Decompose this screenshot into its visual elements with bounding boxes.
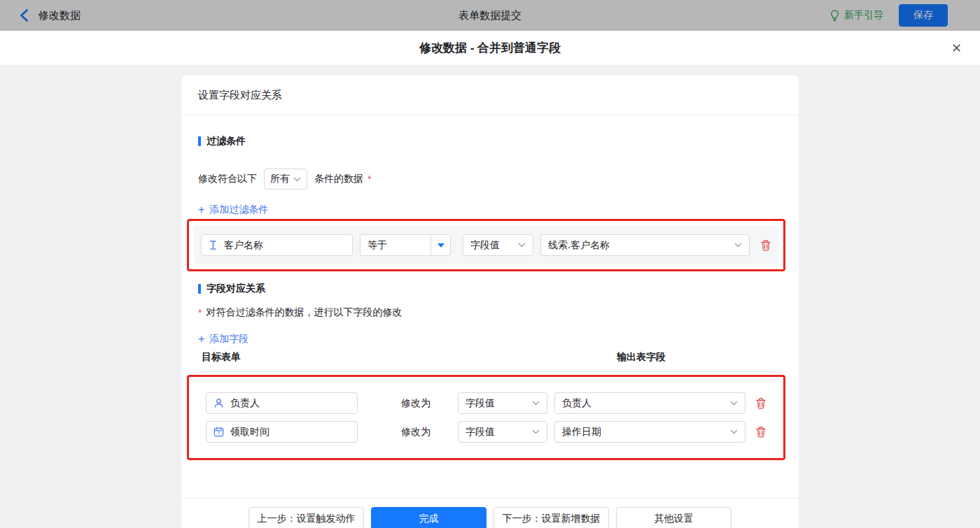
svg-text:7: 7 — [218, 431, 220, 436]
settings-card: 设置字段对应关系 过滤条件 修改符合以下 所有 条件的数据 * + — [181, 76, 799, 528]
add-field-label: 添加字段 — [209, 333, 248, 345]
trash-icon — [760, 239, 771, 251]
chevron-down-icon — [532, 401, 540, 406]
mapping-value-type-select[interactable]: 字段值 — [458, 421, 547, 443]
match-type-select[interactable]: 所有 — [264, 169, 307, 190]
delete-filter-button[interactable] — [760, 239, 771, 251]
output-field-value: 负责人 — [562, 397, 592, 410]
annotation-box-mapping: 负责人 修改为 字段值 负责人 — [187, 375, 785, 460]
target-field-value: 负责人 — [230, 397, 260, 410]
column-header-output: 输出表字段 — [617, 351, 666, 364]
other-settings-button[interactable]: 其他设置 — [616, 507, 732, 528]
condition-suffix-label: 条件的数据 — [314, 173, 363, 185]
target-field-value: 领取时间 — [230, 426, 270, 438]
annotation-box-filter: 客户名称 等于 字段值 线 — [187, 219, 785, 271]
mapping-value-type: 字段值 — [465, 397, 495, 410]
target-field-input-owner[interactable]: 负责人 — [206, 392, 358, 414]
output-field-select[interactable]: 负责人 — [554, 392, 746, 414]
section-marker — [198, 136, 201, 146]
action-label: 修改为 — [401, 426, 430, 438]
mapping-row: 7 领取时间 修改为 字段值 — [206, 421, 766, 443]
filter-value-type: 字段值 — [470, 239, 500, 252]
chevron-down-icon — [532, 429, 540, 434]
mapping-column-headers: 目标表单 输出表字段 — [198, 345, 782, 372]
filter-field-value: 客户名称 — [224, 239, 263, 252]
card-title: 设置字段对应关系 — [181, 76, 799, 115]
mapping-value-type-select[interactable]: 字段值 — [458, 392, 547, 414]
save-button[interactable]: 保存 — [899, 4, 948, 27]
section-marker — [198, 284, 201, 294]
modal-header: 修改数据 - 合并到普通字段 ✕ — [0, 31, 980, 66]
plus-icon: + — [198, 204, 204, 215]
filter-field-input[interactable]: 客户名称 — [201, 234, 353, 256]
next-step-button[interactable]: 下一步：设置新增数据 — [493, 507, 609, 528]
mapping-section-title: 字段对应关系 — [206, 283, 265, 295]
done-button[interactable]: 完成 — [371, 507, 486, 528]
close-icon: ✕ — [951, 41, 962, 55]
action-label: 修改为 — [401, 397, 430, 410]
required-asterisk: * — [368, 173, 371, 185]
prev-step-button[interactable]: 上一步：设置触发动作 — [248, 507, 364, 528]
modal-title: 修改数据 - 合并到普通字段 — [419, 40, 561, 56]
topbar: 修改数据 表单数据提交 新手引导 保存 — [0, 0, 980, 31]
trash-icon — [755, 426, 766, 438]
mapping-row: 负责人 修改为 字段值 负责人 — [206, 392, 766, 414]
user-icon — [214, 398, 224, 408]
modal-body: 设置字段对应关系 过滤条件 修改符合以下 所有 条件的数据 * + — [0, 66, 980, 528]
mapping-section: 字段对应关系 * 对符合过滤条件的数据，进行以下字段的修改 + 添加字段 目标表… — [181, 283, 799, 460]
chevron-down-icon — [293, 177, 301, 182]
output-field-select[interactable]: 操作日期 — [554, 421, 746, 443]
trash-icon — [755, 397, 766, 409]
filter-section: 过滤条件 修改符合以下 所有 条件的数据 * + 添加过滤条件 — [181, 135, 799, 271]
column-header-target: 目标表单 — [202, 351, 241, 364]
condition-prefix-label: 修改符合以下 — [198, 173, 257, 185]
calendar-icon: 7 — [214, 427, 224, 437]
mapping-description: 对符合过滤条件的数据，进行以下字段的修改 — [206, 306, 402, 319]
close-button[interactable]: ✕ — [951, 42, 962, 55]
guide-label: 新手引导 — [844, 9, 883, 22]
filter-value-type-select[interactable]: 字段值 — [463, 234, 533, 256]
filter-value: 线索.客户名称 — [548, 239, 610, 252]
lightbulb-icon — [830, 9, 840, 22]
required-asterisk: * — [198, 307, 202, 318]
operator-select[interactable]: 等于 — [360, 234, 451, 256]
add-field-link[interactable]: + 添加字段 — [198, 333, 248, 345]
chevron-down-icon — [518, 243, 526, 248]
mapping-value-type: 字段值 — [465, 426, 495, 438]
card-footer: 上一步：设置触发动作 完成 下一步：设置新增数据 其他设置 — [181, 498, 799, 528]
add-filter-link[interactable]: + 添加过滤条件 — [198, 204, 268, 216]
output-field-value: 操作日期 — [562, 426, 601, 438]
operator-value: 等于 — [360, 239, 424, 252]
filter-row: 客户名称 等于 字段值 线 — [194, 226, 778, 264]
match-type-value: 所有 — [270, 173, 290, 185]
delete-mapping-button[interactable] — [755, 426, 766, 438]
text-field-icon — [209, 240, 218, 250]
chevron-down-icon — [730, 429, 738, 434]
delete-mapping-button[interactable] — [755, 397, 766, 409]
filter-section-title: 过滤条件 — [206, 135, 246, 148]
caret-down-icon — [438, 243, 444, 248]
operator-caret-segment[interactable] — [430, 235, 450, 255]
chevron-down-icon — [734, 243, 742, 248]
add-filter-label: 添加过滤条件 — [209, 204, 268, 216]
target-field-input-pickup-time[interactable]: 7 领取时间 — [206, 421, 358, 443]
guide-link[interactable]: 新手引导 — [830, 9, 883, 22]
plus-icon: + — [198, 334, 204, 345]
chevron-down-icon — [730, 401, 738, 406]
filter-value-select[interactable]: 线索.客户名称 — [540, 234, 750, 256]
